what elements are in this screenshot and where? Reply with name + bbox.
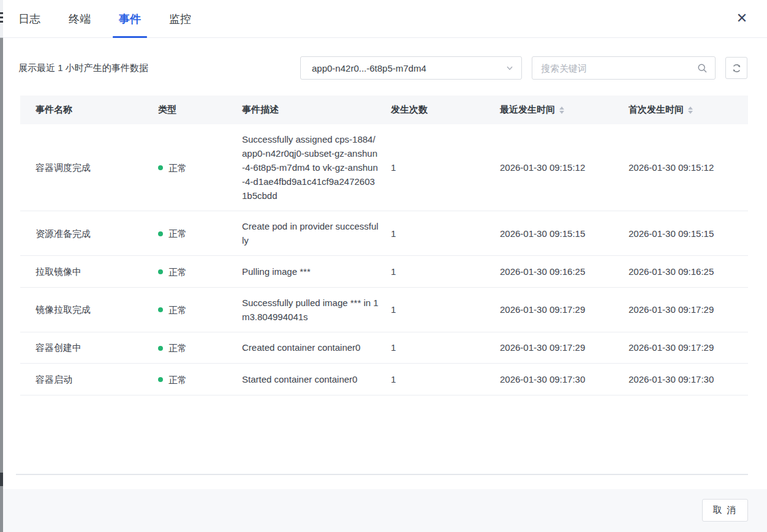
pod-detail-drawer: 日志 终端 事件 监控 ✕ 展示最近 1 小时产生的事件数据 app0-n42r…	[3, 0, 767, 532]
col-type: 类型	[158, 96, 242, 124]
table-row: 容器创建中 正常 Created container container0 1 …	[20, 332, 748, 364]
background-header-edge	[0, 0, 3, 38]
event-name: 拉取镜像中	[20, 256, 158, 288]
status-badge: 正常	[158, 341, 187, 355]
event-count: 1	[391, 364, 500, 395]
event-description: Create pod in provider successfully	[242, 219, 379, 247]
time-range-info: 展示最近 1 小时产生的事件数据	[18, 62, 300, 74]
tab-terminal-label: 终端	[69, 12, 91, 26]
status-badge: 正常	[158, 373, 187, 387]
event-name: 镜像拉取完成	[20, 287, 158, 332]
status-badge: 正常	[158, 265, 187, 279]
refresh-button[interactable]	[725, 57, 747, 79]
sort-toggle-last-time[interactable]	[559, 107, 564, 114]
event-name: 容器调度完成	[20, 124, 158, 211]
chevron-down-icon	[505, 64, 514, 72]
menu-icon	[0, 21, 3, 23]
table-row: 拉取镜像中 正常 Pulling image *** 1 2026-01-30 …	[20, 256, 748, 288]
tabs-bar: 日志 终端 事件 监控 ✕	[3, 0, 767, 38]
status-dot-icon	[158, 269, 163, 274]
event-last-time: 2026-01-30 09:15:12	[500, 124, 629, 211]
tab-monitor[interactable]: 监控	[169, 0, 191, 38]
col-count: 发生次数	[391, 96, 500, 124]
events-toolbar: 展示最近 1 小时产生的事件数据 app0-n42r0...-6t8p5-m7d…	[3, 56, 767, 80]
status-dot-icon	[158, 231, 163, 236]
table-row: 资源准备完成 正常 Create pod in provider success…	[20, 211, 748, 256]
status-dot-icon	[158, 165, 163, 170]
event-first-time: 2026-01-30 09:17:30	[629, 364, 748, 395]
close-icon[interactable]: ✕	[732, 9, 752, 28]
event-last-time: 2026-01-30 09:17:29	[500, 332, 629, 364]
status-badge: 正常	[158, 227, 187, 241]
search-icon[interactable]	[697, 63, 708, 73]
status-badge: 正常	[158, 161, 187, 175]
table-header-row: 事件名称 类型 事件描述 发生次数 最近发生时间	[20, 96, 748, 124]
event-first-time: 2026-01-30 09:15:15	[629, 211, 748, 256]
pod-select-value: app0-n42r0...-6t8p5-m7dm4	[312, 63, 505, 73]
menu-icon	[0, 17, 3, 18]
event-count: 1	[391, 287, 500, 332]
table-row: 容器启动 正常 Started container container0 1 2…	[20, 364, 748, 395]
event-last-time: 2026-01-30 09:17:30	[500, 364, 629, 395]
col-first-time: 首次发生时间	[629, 96, 748, 124]
event-last-time: 2026-01-30 09:17:29	[500, 287, 629, 332]
event-first-time: 2026-01-30 09:15:12	[629, 124, 748, 211]
event-name: 容器创建中	[20, 332, 158, 364]
search-input[interactable]	[541, 63, 697, 73]
table-row: 镜像拉取完成 正常 Successfully pulled image *** …	[20, 287, 748, 332]
col-event-name: 事件名称	[20, 96, 158, 124]
status-dot-icon	[158, 346, 163, 351]
event-name: 容器启动	[20, 364, 158, 395]
event-first-time: 2026-01-30 09:17:29	[629, 287, 748, 332]
tab-events[interactable]: 事件	[119, 0, 141, 38]
sort-toggle-first-time[interactable]	[688, 107, 693, 114]
tab-terminal[interactable]: 终端	[69, 0, 91, 38]
events-table: 事件名称 类型 事件描述 发生次数 最近发生时间	[20, 96, 748, 395]
cancel-button[interactable]: 取 消	[702, 499, 748, 522]
event-description: Started container container0	[242, 372, 379, 386]
tab-monitor-label: 监控	[169, 12, 191, 26]
event-first-time: 2026-01-30 09:16:25	[629, 256, 748, 288]
event-description: Pulling image ***	[242, 264, 379, 279]
search-box	[532, 56, 716, 80]
event-last-time: 2026-01-30 09:15:15	[500, 211, 629, 256]
event-first-time: 2026-01-30 09:17:29	[629, 332, 748, 364]
refresh-icon	[731, 63, 742, 73]
status-dot-icon	[158, 307, 163, 312]
pod-select[interactable]: app0-n42r0...-6t8p5-m7dm4	[300, 56, 522, 80]
event-description: Created container container0	[242, 340, 379, 354]
status-dot-icon	[158, 377, 163, 382]
background-content-edge	[0, 473, 3, 486]
active-tab-underline	[113, 36, 147, 38]
event-description: Successfully pulled image *** in 1m3.804…	[242, 296, 379, 324]
event-description: Successfully assigned cps-1884/app0-n42r…	[242, 132, 379, 203]
background-page-edge	[0, 0, 3, 532]
table-row: 容器调度完成 正常 Successfully assigned cps-1884…	[20, 124, 748, 211]
col-last-time: 最近发生时间	[500, 96, 629, 124]
menu-icon	[0, 12, 3, 14]
status-badge: 正常	[158, 303, 187, 317]
tab-logs[interactable]: 日志	[18, 0, 40, 38]
content-bottom-divider	[16, 474, 748, 475]
event-count: 1	[391, 124, 500, 211]
event-name: 资源准备完成	[20, 211, 158, 256]
event-count: 1	[391, 332, 500, 364]
drawer-footer: 取 消	[3, 489, 767, 532]
event-count: 1	[391, 211, 500, 256]
tab-logs-label: 日志	[18, 12, 40, 26]
col-description: 事件描述	[242, 96, 391, 124]
event-count: 1	[391, 256, 500, 288]
event-last-time: 2026-01-30 09:16:25	[500, 256, 629, 288]
tab-events-label: 事件	[119, 12, 141, 26]
